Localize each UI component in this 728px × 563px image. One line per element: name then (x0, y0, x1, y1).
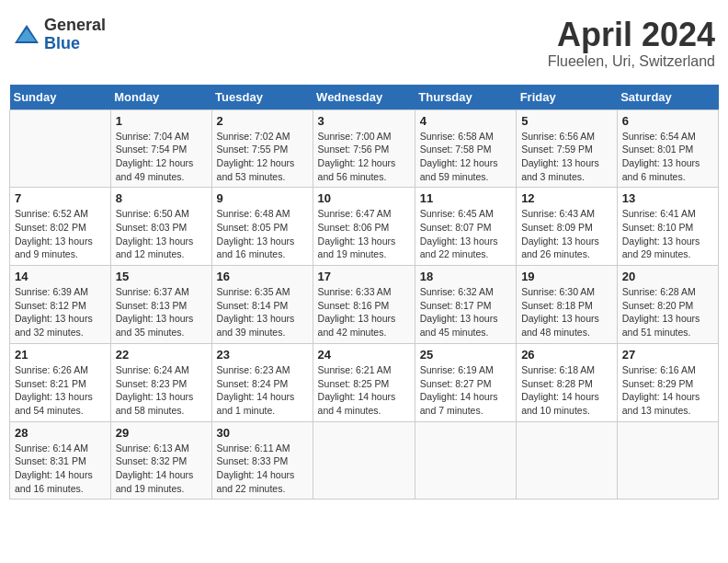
title-area: April 2024 Flueelen, Uri, Switzerland (548, 17, 715, 70)
calendar-cell: 16Sunrise: 6:35 AM Sunset: 8:14 PM Dayli… (211, 266, 313, 344)
day-number: 15 (116, 270, 207, 283)
day-info: Sunrise: 6:16 AM Sunset: 8:29 PM Dayligh… (622, 363, 713, 418)
header-day-wednesday: Wednesday (313, 85, 415, 110)
week-row-3: 14Sunrise: 6:39 AM Sunset: 8:12 PM Dayli… (10, 266, 719, 344)
day-info: Sunrise: 6:13 AM Sunset: 8:32 PM Dayligh… (116, 442, 207, 496)
calendar-cell: 6Sunrise: 6:54 AM Sunset: 8:01 PM Daylig… (617, 109, 718, 188)
calendar-header-row: SundayMondayTuesdayWednesdayThursdayFrid… (10, 85, 719, 110)
day-number: 26 (521, 348, 612, 362)
day-info: Sunrise: 6:54 AM Sunset: 8:01 PM Dayligh… (622, 130, 713, 184)
day-number: 12 (521, 191, 612, 205)
day-info: Sunrise: 6:47 AM Sunset: 8:06 PM Dayligh… (318, 207, 410, 261)
calendar-cell: 30Sunrise: 6:11 AM Sunset: 8:33 PM Dayli… (211, 421, 313, 500)
day-number: 28 (15, 426, 106, 440)
day-info: Sunrise: 6:11 AM Sunset: 8:33 PM Dayligh… (217, 442, 308, 496)
day-info: Sunrise: 6:18 AM Sunset: 8:28 PM Dayligh… (521, 363, 612, 418)
day-info: Sunrise: 6:39 AM Sunset: 8:12 PM Dayligh… (15, 285, 106, 339)
day-info: Sunrise: 6:48 AM Sunset: 8:05 PM Dayligh… (217, 207, 308, 261)
day-info: Sunrise: 6:32 AM Sunset: 8:17 PM Dayligh… (420, 285, 511, 339)
calendar-cell (313, 421, 415, 500)
header-day-tuesday: Tuesday (211, 85, 313, 110)
day-info: Sunrise: 6:56 AM Sunset: 7:59 PM Dayligh… (521, 130, 612, 184)
logo-general-text: General (44, 17, 106, 35)
calendar-cell: 18Sunrise: 6:32 AM Sunset: 8:17 PM Dayli… (415, 266, 516, 344)
day-number: 21 (15, 348, 106, 362)
day-number: 7 (15, 191, 106, 205)
day-number: 23 (217, 348, 308, 362)
calendar-cell: 23Sunrise: 6:23 AM Sunset: 8:24 PM Dayli… (211, 343, 313, 421)
calendar-cell: 2Sunrise: 7:02 AM Sunset: 7:55 PM Daylig… (211, 109, 313, 188)
calendar-cell: 5Sunrise: 6:56 AM Sunset: 7:59 PM Daylig… (517, 109, 618, 188)
day-number: 8 (116, 191, 207, 205)
calendar-cell: 17Sunrise: 6:33 AM Sunset: 8:16 PM Dayli… (313, 266, 415, 344)
calendar-cell: 1Sunrise: 7:04 AM Sunset: 7:54 PM Daylig… (110, 109, 211, 188)
day-info: Sunrise: 6:43 AM Sunset: 8:09 PM Dayligh… (521, 207, 612, 261)
calendar-cell: 13Sunrise: 6:41 AM Sunset: 8:10 PM Dayli… (617, 188, 718, 266)
calendar-cell (517, 421, 618, 500)
calendar-cell: 29Sunrise: 6:13 AM Sunset: 8:32 PM Dayli… (110, 421, 211, 500)
day-number: 17 (318, 270, 410, 283)
day-info: Sunrise: 6:19 AM Sunset: 8:27 PM Dayligh… (420, 363, 511, 418)
logo-icon (13, 21, 40, 49)
calendar-cell: 20Sunrise: 6:28 AM Sunset: 8:20 PM Dayli… (617, 266, 718, 344)
day-info: Sunrise: 6:37 AM Sunset: 8:13 PM Dayligh… (116, 285, 207, 339)
week-row-4: 21Sunrise: 6:26 AM Sunset: 8:21 PM Dayli… (10, 343, 719, 421)
day-number: 24 (318, 348, 410, 362)
calendar-cell (10, 109, 111, 188)
calendar-cell: 10Sunrise: 6:47 AM Sunset: 8:06 PM Dayli… (313, 188, 415, 266)
header-day-thursday: Thursday (415, 85, 516, 110)
day-number: 10 (318, 191, 410, 205)
week-row-2: 7Sunrise: 6:52 AM Sunset: 8:02 PM Daylig… (10, 188, 719, 266)
day-number: 30 (217, 426, 308, 440)
day-info: Sunrise: 7:02 AM Sunset: 7:55 PM Dayligh… (217, 130, 308, 184)
logo-blue-text: Blue (44, 35, 106, 53)
day-info: Sunrise: 6:30 AM Sunset: 8:18 PM Dayligh… (521, 285, 612, 339)
day-number: 2 (217, 114, 308, 128)
calendar-cell: 11Sunrise: 6:45 AM Sunset: 8:07 PM Dayli… (415, 188, 516, 266)
day-info: Sunrise: 6:26 AM Sunset: 8:21 PM Dayligh… (15, 363, 106, 418)
day-info: Sunrise: 6:35 AM Sunset: 8:14 PM Dayligh… (217, 285, 308, 339)
day-info: Sunrise: 6:45 AM Sunset: 8:07 PM Dayligh… (420, 207, 511, 261)
header: General Blue April 2024 Flueelen, Uri, S… (9, 9, 719, 77)
calendar-cell: 3Sunrise: 7:00 AM Sunset: 7:56 PM Daylig… (313, 109, 415, 188)
day-number: 5 (521, 114, 612, 128)
day-number: 25 (420, 348, 511, 362)
day-number: 3 (318, 114, 410, 128)
day-info: Sunrise: 6:33 AM Sunset: 8:16 PM Dayligh… (318, 285, 410, 339)
day-number: 9 (217, 191, 308, 205)
calendar-cell: 26Sunrise: 6:18 AM Sunset: 8:28 PM Dayli… (517, 343, 618, 421)
day-info: Sunrise: 7:00 AM Sunset: 7:56 PM Dayligh… (318, 130, 410, 184)
day-number: 4 (420, 114, 511, 128)
day-info: Sunrise: 6:52 AM Sunset: 8:02 PM Dayligh… (15, 207, 106, 261)
day-info: Sunrise: 7:04 AM Sunset: 7:54 PM Dayligh… (116, 130, 207, 184)
calendar-cell: 24Sunrise: 6:21 AM Sunset: 8:25 PM Dayli… (313, 343, 415, 421)
calendar-cell: 25Sunrise: 6:19 AM Sunset: 8:27 PM Dayli… (415, 343, 516, 421)
week-row-5: 28Sunrise: 6:14 AM Sunset: 8:31 PM Dayli… (10, 421, 719, 500)
day-info: Sunrise: 6:50 AM Sunset: 8:03 PM Dayligh… (116, 207, 207, 261)
day-info: Sunrise: 6:21 AM Sunset: 8:25 PM Dayligh… (318, 363, 410, 418)
calendar-cell: 27Sunrise: 6:16 AM Sunset: 8:29 PM Dayli… (617, 343, 718, 421)
day-number: 11 (420, 191, 511, 205)
week-row-1: 1Sunrise: 7:04 AM Sunset: 7:54 PM Daylig… (10, 109, 719, 188)
logo: General Blue (13, 17, 106, 53)
day-number: 14 (15, 270, 106, 283)
calendar-cell: 22Sunrise: 6:24 AM Sunset: 8:23 PM Dayli… (110, 343, 211, 421)
day-number: 20 (622, 270, 713, 283)
day-info: Sunrise: 6:24 AM Sunset: 8:23 PM Dayligh… (116, 363, 207, 418)
calendar-table: SundayMondayTuesdayWednesdayThursdayFrid… (9, 85, 719, 500)
day-info: Sunrise: 6:28 AM Sunset: 8:20 PM Dayligh… (622, 285, 713, 339)
day-number: 19 (521, 270, 612, 283)
header-day-monday: Monday (110, 85, 211, 110)
header-day-saturday: Saturday (617, 85, 718, 110)
day-number: 27 (622, 348, 713, 362)
calendar-cell (415, 421, 516, 500)
calendar-cell: 19Sunrise: 6:30 AM Sunset: 8:18 PM Dayli… (517, 266, 618, 344)
calendar-cell: 12Sunrise: 6:43 AM Sunset: 8:09 PM Dayli… (517, 188, 618, 266)
day-number: 29 (116, 426, 207, 440)
calendar-cell: 8Sunrise: 6:50 AM Sunset: 8:03 PM Daylig… (110, 188, 211, 266)
day-number: 6 (622, 114, 713, 128)
location-title: Flueelen, Uri, Switzerland (548, 53, 715, 70)
day-number: 16 (217, 270, 308, 283)
calendar-cell: 9Sunrise: 6:48 AM Sunset: 8:05 PM Daylig… (211, 188, 313, 266)
calendar-cell: 21Sunrise: 6:26 AM Sunset: 8:21 PM Dayli… (10, 343, 111, 421)
